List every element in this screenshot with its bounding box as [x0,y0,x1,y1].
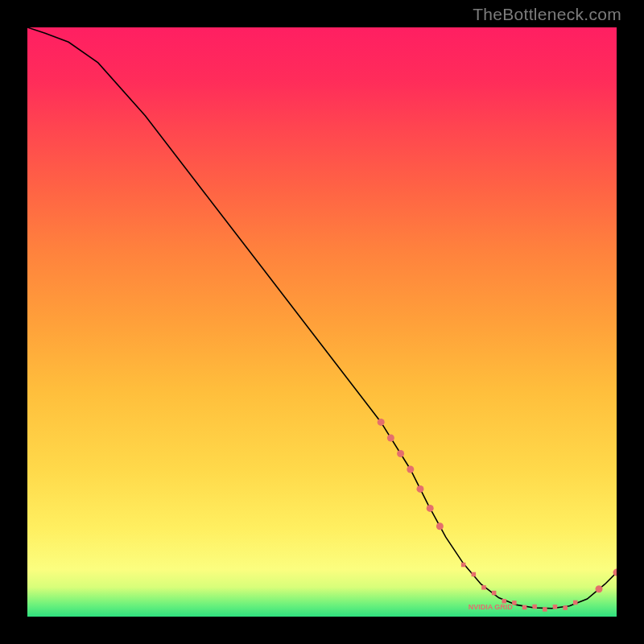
data-point [553,605,558,609]
data-point [596,585,603,592]
curve-svg: NVIDIA GRID [27,27,617,617]
data-point [436,522,444,530]
data-point [461,563,466,568]
chart-container: TheBottleneck.com NVIDIA GRID [0,0,644,644]
data-point [397,450,404,457]
data-point [543,607,547,612]
data-point [407,466,414,473]
watermark-text: TheBottleneck.com [473,5,621,24]
data-point [532,605,537,609]
data-point [492,591,497,596]
marker-label-bottom: NVIDIA GRID [469,603,514,611]
data-point [512,601,517,605]
data-point [481,585,486,590]
bottleneck-curve [27,27,617,609]
data-point [472,572,477,577]
markers-descent [378,419,444,530]
plot-area: NVIDIA GRID [27,27,617,617]
data-point [427,505,434,512]
data-point [522,605,527,610]
markers-rise [596,569,617,593]
data-point [417,485,424,493]
data-point [378,419,385,426]
data-point [387,435,394,442]
data-point [563,605,568,610]
data-point [573,601,578,605]
